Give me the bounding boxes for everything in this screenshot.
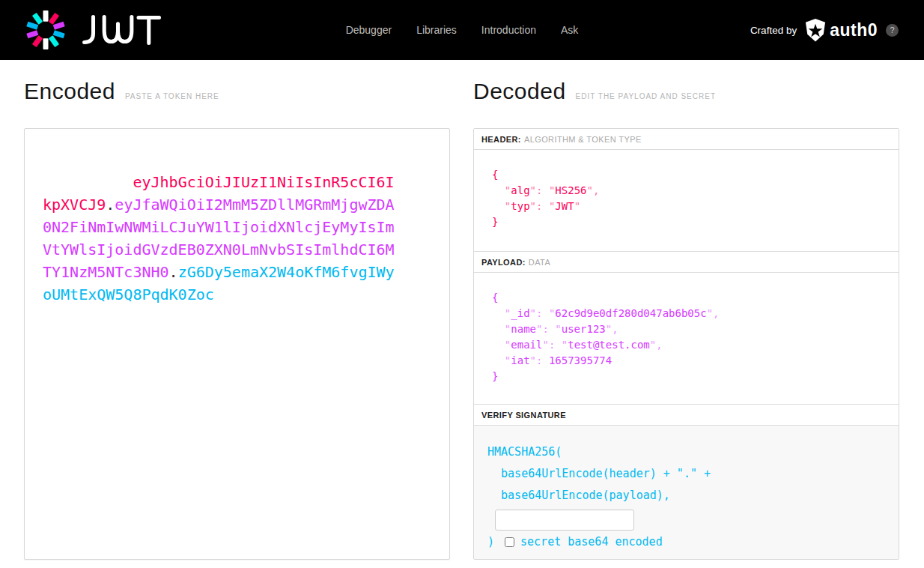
verify-signature-section-label: VERIFY SIGNATURE xyxy=(474,405,899,426)
jwt-token-text: eyJhbGciOiJIUzI1NiIsInR5cCI6IkpXVCJ9.eyJ… xyxy=(25,129,396,328)
encoded-token-editor[interactable]: eyJhbGciOiJIUzI1NiIsInR5cCI6IkpXVCJ9.eyJ… xyxy=(24,128,450,560)
header-label: HEADER: xyxy=(481,135,521,144)
payload-json-editor[interactable]: { "_id": "62c9d9e0df280d047ab6b05c", "na… xyxy=(474,273,899,405)
nav-item-libraries[interactable]: Libraries xyxy=(416,24,457,36)
crafted-by-label: Crafted by xyxy=(750,25,797,36)
hmac-code-text: HMACSHA256( base64UrlEncode(header) + ".… xyxy=(474,426,899,507)
verify-signature-box: HMACSHA256( base64UrlEncode(header) + ".… xyxy=(474,426,899,559)
header-json-text: { "alg": "HS256", "typ": "JWT" } xyxy=(474,150,899,230)
payload-sublabel: DATA xyxy=(529,258,550,267)
secret-base64-checkbox[interactable] xyxy=(505,537,514,547)
jwt-starburst-icon xyxy=(25,10,66,50)
secret-input[interactable] xyxy=(495,510,634,531)
nav-links: Debugger Libraries Introduction Ask xyxy=(346,24,579,36)
jwt-wordmark xyxy=(81,13,163,46)
nav-item-ask[interactable]: Ask xyxy=(561,24,578,36)
nav-right: Crafted by auth0 ? xyxy=(750,19,899,42)
header-section-label: HEADER:ALGORITHM & TOKEN TYPE xyxy=(474,129,899,150)
decoded-title: Decoded xyxy=(473,79,566,104)
auth0-shield-icon xyxy=(805,19,826,42)
auth0-brand-label: auth0 xyxy=(830,20,878,40)
main-content: Encoded PASTE A TOKEN HERE eyJhbGciOiJIU… xyxy=(0,60,924,560)
encoded-column: Encoded PASTE A TOKEN HERE eyJhbGciOiJIU… xyxy=(24,60,450,560)
auth0-logo-link[interactable]: auth0 xyxy=(805,19,878,42)
header-json-editor[interactable]: { "alg": "HS256", "typ": "JWT" } xyxy=(474,150,899,252)
encoded-title: Encoded xyxy=(24,79,115,104)
token-separator-dot: . xyxy=(106,196,115,214)
decoded-panel: HEADER:ALGORITHM & TOKEN TYPE { "alg": "… xyxy=(473,128,899,560)
nav-item-debugger[interactable]: Debugger xyxy=(346,24,392,36)
jwt-logo-link[interactable] xyxy=(25,10,163,50)
payload-json-text: { "_id": "62c9d9e0df280d047ab6b05c", "na… xyxy=(474,273,899,384)
verify-signature-label: VERIFY SIGNATURE xyxy=(481,411,566,420)
payload-label: PAYLOAD: xyxy=(481,258,526,267)
decoded-column: Decoded EDIT THE PAYLOAD AND SECRET HEAD… xyxy=(473,60,899,560)
closing-paren-text: ) xyxy=(487,535,494,549)
header-sublabel: ALGORITHM & TOKEN TYPE xyxy=(524,135,642,144)
encoded-subtitle: PASTE A TOKEN HERE xyxy=(125,92,219,100)
payload-section-label: PAYLOAD:DATA xyxy=(474,252,899,273)
nav-item-introduction[interactable]: Introduction xyxy=(481,24,536,36)
decoded-subtitle: EDIT THE PAYLOAD AND SECRET xyxy=(576,92,716,100)
navbar: Debugger Libraries Introduction Ask Craf… xyxy=(0,0,924,60)
token-separator-dot: . xyxy=(169,263,178,281)
secret-base64-label[interactable]: secret base64 encoded xyxy=(520,535,663,549)
help-icon[interactable]: ? xyxy=(886,24,899,37)
